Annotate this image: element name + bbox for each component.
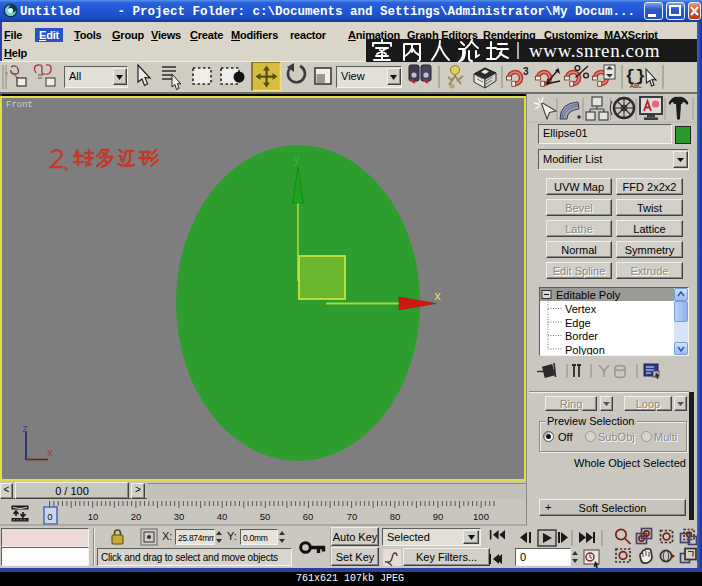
svg-text:y: y	[293, 153, 300, 167]
svg-text:30: 30	[174, 511, 185, 522]
svg-text:X:: X:	[162, 530, 172, 542]
svg-text:Y:: Y:	[227, 530, 237, 542]
svg-text:www.snren.com: www.snren.com	[529, 40, 660, 61]
svg-text:Polygon: Polygon	[565, 344, 605, 356]
svg-text:ABC: ABC	[630, 83, 642, 90]
svg-text:10: 10	[88, 511, 99, 522]
svg-text:90: 90	[433, 511, 444, 522]
svg-text:z: z	[22, 424, 28, 435]
svg-text:100: 100	[473, 511, 489, 522]
svg-text:50: 50	[260, 511, 271, 522]
svg-text:x: x	[434, 290, 441, 304]
svg-text:Editable Poly: Editable Poly	[556, 289, 621, 301]
svg-text:Vertex: Vertex	[565, 303, 597, 315]
svg-text:80: 80	[390, 511, 401, 522]
svg-text:Edge: Edge	[565, 317, 591, 329]
svg-text:60: 60	[303, 511, 314, 522]
svg-text:Border: Border	[565, 330, 598, 342]
svg-text:70: 70	[347, 511, 358, 522]
svg-text:40: 40	[217, 511, 228, 522]
svg-text:20: 20	[131, 511, 142, 522]
svg-text:x: x	[47, 448, 53, 459]
svg-text:0: 0	[47, 511, 52, 522]
svg-text:3: 3	[523, 66, 529, 77]
